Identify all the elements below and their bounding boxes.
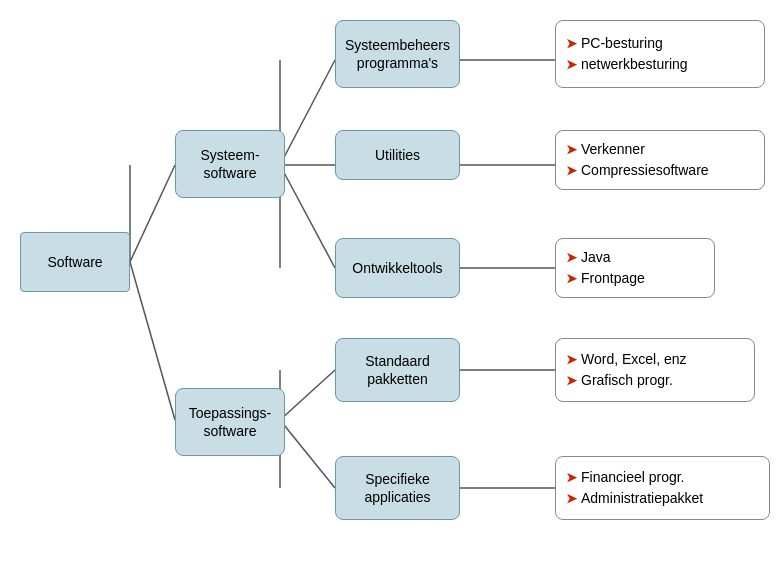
systeembeheer-label: Systeembeheersprogramma's <box>345 36 450 72</box>
financieel-text: Financieel progr. <box>581 467 685 488</box>
arrow-icon-9: ➤ <box>566 468 577 488</box>
ontwikkeltools-node: Ontwikkeltools <box>335 238 460 298</box>
java-text: Java <box>581 247 611 268</box>
utilities-label: Utilities <box>375 146 420 164</box>
compressiesoftware-text: Compressiesoftware <box>581 160 709 181</box>
svg-line-5 <box>280 165 335 268</box>
standaard-pakketten-node: Standaardpakketten <box>335 338 460 402</box>
financieel-item: ➤ Financieel progr. <box>566 467 759 488</box>
utilities-node: Utilities <box>335 130 460 180</box>
software-label: Software <box>47 253 102 271</box>
arrow-icon-1: ➤ <box>566 34 577 54</box>
frontpage-item: ➤ Frontpage <box>566 268 704 289</box>
frontpage-text: Frontpage <box>581 268 645 289</box>
java-item: ➤ Java <box>566 247 704 268</box>
arrow-icon-8: ➤ <box>566 371 577 391</box>
svg-line-1 <box>130 262 175 420</box>
software-node: Software <box>20 232 130 292</box>
systeem-software-node: Systeem-software <box>175 130 285 198</box>
netwerkbesturing-text: netwerkbesturing <box>581 54 688 75</box>
verkenner-item: ➤ Verkenner <box>566 139 754 160</box>
systeem-software-label: Systeem-software <box>200 146 259 182</box>
svg-line-3 <box>280 60 335 165</box>
java-list: ➤ Java ➤ Frontpage <box>555 238 715 298</box>
word-excel-text: Word, Excel, enz <box>581 349 687 370</box>
word-excel-item: ➤ Word, Excel, enz <box>566 349 744 370</box>
financieel-list: ➤ Financieel progr. ➤ Administratiepakke… <box>555 456 770 520</box>
grafisch-item: ➤ Grafisch progr. <box>566 370 744 391</box>
toepassings-software-node: Toepassings-software <box>175 388 285 456</box>
svg-line-0 <box>130 165 175 262</box>
ontwikkeltools-label: Ontwikkeltools <box>352 259 442 277</box>
word-excel-list: ➤ Word, Excel, enz ➤ Grafisch progr. <box>555 338 755 402</box>
systeembeheer-node: Systeembeheersprogramma's <box>335 20 460 88</box>
toepassings-software-label: Toepassings-software <box>189 404 272 440</box>
pc-besturing-list: ➤ PC-besturing ➤ netwerkbesturing <box>555 20 765 88</box>
verkenner-list: ➤ Verkenner ➤ Compressiesoftware <box>555 130 765 190</box>
arrow-icon-5: ➤ <box>566 248 577 268</box>
administratie-item: ➤ Administratiepakket <box>566 488 759 509</box>
specifieke-applicaties-node: Specifiekeapplicaties <box>335 456 460 520</box>
administratie-text: Administratiepakket <box>581 488 703 509</box>
standaard-pakketten-label: Standaardpakketten <box>365 352 430 388</box>
grafisch-text: Grafisch progr. <box>581 370 673 391</box>
arrow-icon-10: ➤ <box>566 489 577 509</box>
compressiesoftware-item: ➤ Compressiesoftware <box>566 160 754 181</box>
arrow-icon-2: ➤ <box>566 55 577 75</box>
svg-line-7 <box>280 370 335 420</box>
specifieke-applicaties-label: Specifiekeapplicaties <box>364 470 430 506</box>
pc-besturing-item: ➤ PC-besturing <box>566 33 754 54</box>
netwerkbesturing-item: ➤ netwerkbesturing <box>566 54 754 75</box>
pc-besturing-text: PC-besturing <box>581 33 663 54</box>
arrow-icon-6: ➤ <box>566 269 577 289</box>
svg-line-8 <box>280 420 335 488</box>
arrow-icon-3: ➤ <box>566 140 577 160</box>
arrow-icon-4: ➤ <box>566 161 577 181</box>
arrow-icon-7: ➤ <box>566 350 577 370</box>
verkenner-text: Verkenner <box>581 139 645 160</box>
